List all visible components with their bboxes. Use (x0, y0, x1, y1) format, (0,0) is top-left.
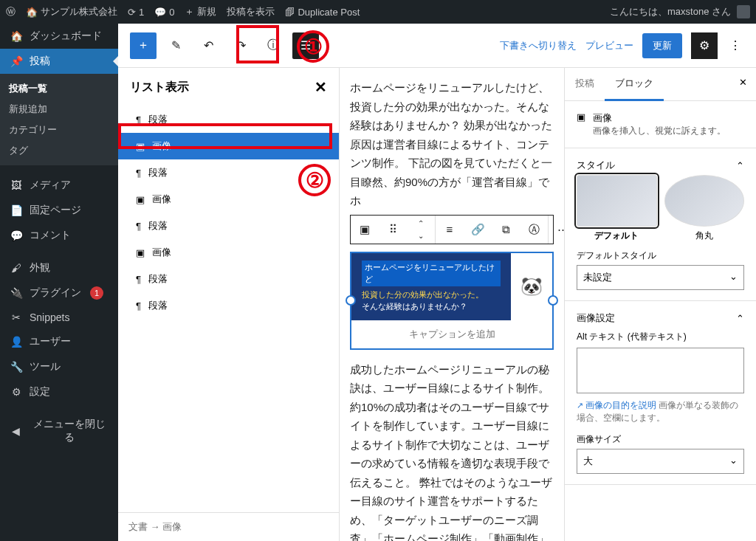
menu-media[interactable]: 🖼メディア (0, 173, 118, 198)
image-settings-panel: 画像設定⌃ Alt テキスト (代替テキスト) 画像の目的を説明 画像が単なる装… (565, 301, 756, 485)
image-caption-input[interactable]: キャプションを追加 (351, 320, 552, 348)
paragraph-icon: ¶ (136, 221, 141, 232)
image-text-line2: 投資した分の効果が出なかった。 (362, 290, 484, 299)
menu-comments[interactable]: 💬コメント (0, 223, 118, 248)
update-button[interactable]: 更新 (642, 33, 682, 58)
refresh[interactable]: ⟳ 1 (128, 7, 144, 18)
image-icon: ▣ (136, 247, 145, 258)
add-block-button[interactable]: ＋ (130, 32, 157, 59)
paragraph-icon: ¶ (136, 300, 141, 311)
sidebar-close-button[interactable]: ✕ (730, 68, 756, 100)
paragraph-icon: ¶ (136, 274, 141, 285)
new-content[interactable]: ＋ 新規 (185, 5, 216, 18)
block-info: ▣ 画像 画像を挿入し、視覚に訴えます。 (565, 101, 756, 148)
list-view-item-label: 画像 (152, 193, 171, 206)
menu-pages[interactable]: 📄固定ページ (0, 198, 118, 223)
more-options-button[interactable]: ⋮ (726, 32, 744, 59)
switch-to-draft-button[interactable]: 下書きへ切り替え (500, 39, 577, 52)
image-block-selected[interactable]: ホームページをリニューアルしたけど 投資した分の効果が出なかった。 そんな経験は… (350, 252, 554, 350)
view-post[interactable]: 投稿を表示 (227, 5, 275, 18)
image-text-line1: ホームページをリニューアルしたけど (362, 261, 501, 286)
style-header: スタイル (577, 159, 615, 172)
undo-button[interactable]: ↶ (195, 32, 221, 59)
menu-settings[interactable]: ⚙設定 (0, 379, 118, 404)
default-style-select[interactable]: 未設定⌄ (577, 265, 744, 290)
crop-button[interactable]: ⧉ (492, 216, 520, 244)
alt-help-link[interactable]: 画像の目的を説明 (577, 400, 656, 410)
drag-handle-icon[interactable]: ⠿ (379, 216, 407, 244)
editor-canvas[interactable]: ホームページをリニューアルしたけど、投資した分の効果が出なかった。そんな経験はあ… (340, 68, 564, 541)
block-more-options[interactable]: ⋯ (549, 216, 564, 244)
preview-button[interactable]: プレビュー (585, 39, 633, 52)
tab-block[interactable]: ブロック (605, 68, 664, 101)
move-arrows[interactable]: ⌃⌄ (407, 216, 435, 244)
image-text-line3: そんな経験はありませんか？ (362, 302, 467, 311)
style-default[interactable]: デフォルト (577, 175, 657, 242)
submenu-categories[interactable]: カテゴリー (0, 120, 118, 140)
list-view-item-label: 画像 (152, 246, 171, 259)
user-greeting[interactable]: こんにちは、maxstone さん (610, 5, 731, 18)
list-view-header: リスト表示 ✕ (118, 68, 339, 106)
alt-text-input[interactable] (577, 348, 744, 393)
list-view-item[interactable]: ¶段落 (118, 213, 339, 239)
menu-plugins[interactable]: 🔌プラグイン1 (0, 280, 118, 306)
tab-post[interactable]: 投稿 (565, 68, 605, 100)
chevron-up-icon[interactable]: ⌃ (736, 313, 744, 324)
style-panel: スタイル⌃ デフォルト 角丸 デフォルトスタイル 未設定⌄ (565, 148, 756, 301)
resize-handle-right[interactable] (548, 295, 558, 306)
image-graphic: 🐼 (511, 253, 552, 320)
plugin-update-badge: 1 (90, 286, 103, 300)
menu-snippets[interactable]: ✂Snippets (0, 306, 118, 329)
admin-sidebar: 🏠ダッシュボード 📌投稿 投稿一覧 新規追加 カテゴリー タグ 🖼メディア 📄固… (0, 24, 118, 541)
style-rounded[interactable]: 角丸 (664, 175, 745, 242)
menu-dashboard[interactable]: 🏠ダッシュボード (0, 24, 118, 49)
alt-help-text: 画像の目的を説明 画像が単なる装飾の場合、空欄にします。 (577, 399, 744, 424)
link-button[interactable]: 🔗 (464, 216, 492, 244)
list-view-title: リスト表示 (130, 80, 189, 95)
menu-posts[interactable]: 📌投稿 (0, 49, 118, 74)
submenu-all-posts[interactable]: 投稿一覧 (0, 78, 118, 99)
image-icon: ▣ (577, 111, 585, 123)
alt-text-label: Alt テキスト (代替テキスト) (577, 331, 744, 343)
list-view-item-label: 段落 (148, 299, 168, 312)
annotation-box-1 (236, 25, 279, 63)
edit-mode-button[interactable]: ✎ (162, 32, 189, 59)
image-size-label: 画像サイズ (577, 433, 744, 446)
annotation-box-2 (118, 123, 332, 149)
block-toolbar: ▣ ⠿ ⌃⌄ ≡ 🔗 ⧉ Ⓐ ⋯ (350, 215, 554, 244)
submenu-new-post[interactable]: 新規追加 (0, 99, 118, 120)
menu-collapse[interactable]: ◀メニューを閉じる (0, 412, 118, 450)
site-home[interactable]: 🏠 サンプル株式会社 (26, 5, 117, 18)
comments-count[interactable]: 💬 0 (154, 7, 174, 18)
block-editor: ＋ ✎ ↶ ↷ ⓘ ☰ 下書きへ切り替え プレビュー 更新 ⚙ ⋮ リスト表示 … (118, 24, 756, 541)
align-button[interactable]: ≡ (436, 216, 464, 244)
list-view-close-button[interactable]: ✕ (315, 78, 327, 96)
menu-appearance[interactable]: 🖌外観 (0, 255, 118, 280)
wp-logo[interactable]: ⓦ (6, 5, 16, 18)
list-view-item-label: 段落 (148, 272, 168, 286)
resize-handle-left[interactable] (346, 295, 356, 306)
admin-bar: ⓦ 🏠 サンプル株式会社 ⟳ 1 💬 0 ＋ 新規 投稿を表示 🗐 Duplic… (0, 0, 756, 24)
avatar[interactable] (737, 5, 750, 18)
replace-button[interactable]: Ⓐ (520, 216, 548, 244)
list-view-item[interactable]: ¶段落 (118, 292, 339, 319)
submenu-posts: 投稿一覧 新規追加 カテゴリー タグ (0, 74, 118, 165)
settings-sidebar: 投稿 ブロック ✕ ▣ 画像 画像を挿入し、視覚に訴えます。 スタイル⌃ (564, 68, 756, 541)
paragraph-icon: ¶ (136, 168, 141, 179)
menu-users[interactable]: 👤ユーザー (0, 329, 118, 354)
block-type-icon[interactable]: ▣ (351, 216, 379, 244)
menu-tools[interactable]: 🔧ツール (0, 354, 118, 379)
list-view-item[interactable]: ¶段落 (118, 266, 339, 292)
settings-sidebar-button[interactable]: ⚙ (691, 32, 718, 59)
chevron-up-icon[interactable]: ⌃ (736, 160, 744, 171)
paragraph-block[interactable]: ホームページをリニューアルしたけど、投資した分の効果が出なかった。そんな経験はあ… (350, 78, 554, 210)
list-view-item[interactable]: ▣画像 (118, 239, 339, 266)
duplicate-post[interactable]: 🗐 Duplicate Post (285, 7, 360, 18)
image-size-select[interactable]: 大⌄ (577, 449, 744, 474)
editor-toolbar: ＋ ✎ ↶ ↷ ⓘ ☰ 下書きへ切り替え プレビュー 更新 ⚙ ⋮ (118, 24, 756, 68)
block-description: 画像を挿入し、視覚に訴えます。 (593, 125, 726, 137)
block-title: 画像 (593, 111, 726, 125)
paragraph-block[interactable]: 成功したホームページリニューアルの秘訣は、ユーザー目線によるサイト制作。約10%… (350, 360, 554, 541)
list-view-item-label: 段落 (148, 219, 168, 232)
submenu-tags[interactable]: タグ (0, 140, 118, 161)
